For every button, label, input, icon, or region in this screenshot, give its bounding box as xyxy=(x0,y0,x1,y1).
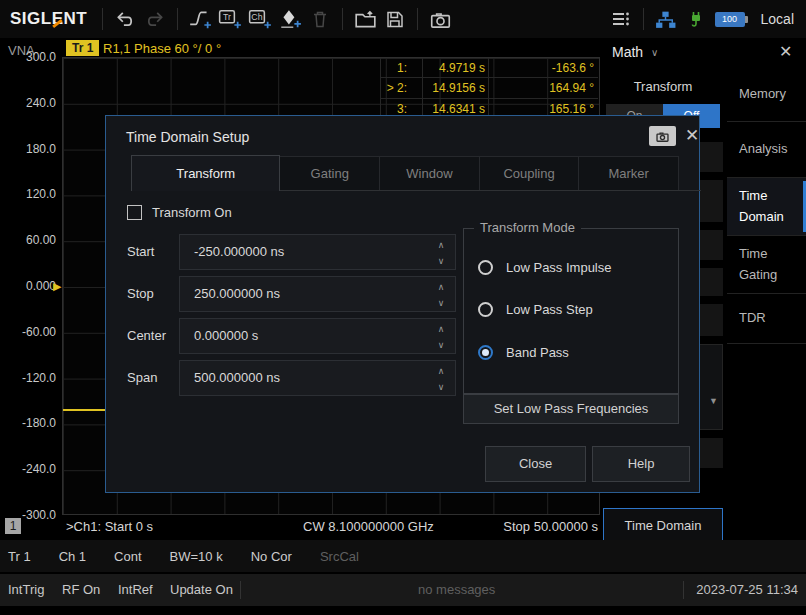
set-low-pass-frequencies-button[interactable]: Set Low Pass Frequencies xyxy=(463,394,679,424)
stop-value: 250.000000 ns xyxy=(194,286,280,301)
sidebar-item-memory[interactable]: Memory xyxy=(727,68,806,122)
y-tick: 180.0 xyxy=(0,142,56,156)
redo-icon[interactable] xyxy=(140,5,170,33)
span-input[interactable]: 500.000000 ns ∧∨ xyxy=(179,360,456,396)
sidebar-menu-title[interactable]: Math xyxy=(612,44,643,60)
spinner-up-icon[interactable]: ∧ xyxy=(433,279,449,295)
center-label: Center xyxy=(127,328,166,343)
spinner: ∧∨ xyxy=(433,237,449,269)
sidebar-item-tdr[interactable]: TDR xyxy=(727,294,806,344)
spinner-up-icon[interactable]: ∧ xyxy=(433,321,449,337)
toolbar-divider xyxy=(643,8,644,30)
status-rf[interactable]: RF On xyxy=(62,582,100,597)
sweep-stop-label: Stop 50.00000 s xyxy=(503,519,598,534)
svg-text:Tr: Tr xyxy=(223,12,231,22)
status-correction[interactable]: No Cor xyxy=(251,549,292,564)
add-channel-icon[interactable]: Ch xyxy=(245,5,275,33)
reference-level-arrow-icon[interactable]: ▶ xyxy=(53,279,61,293)
trace-badge[interactable]: Tr 1 xyxy=(66,40,99,56)
cw-frequency-label: CW 8.100000000 GHz xyxy=(303,519,434,534)
stop-input[interactable]: 250.000000 ns ∧∨ xyxy=(179,276,456,312)
transform-on-row: Transform On xyxy=(127,205,232,220)
sidebar-close-icon[interactable]: ✕ xyxy=(779,42,792,61)
low-pass-step-radio[interactable] xyxy=(478,302,493,317)
clock: 2023-07-25 11:34 xyxy=(696,582,798,597)
tab-marker[interactable]: Marker xyxy=(579,156,679,191)
start-input[interactable]: -250.000000 ns ∧∨ xyxy=(179,234,456,270)
marker-phase: -163.6 ° xyxy=(489,58,598,77)
radio-row-low-pass-impulse: Low Pass Impulse xyxy=(478,260,612,275)
toolbar-divider xyxy=(102,8,103,30)
y-tick: -240.0 xyxy=(0,462,56,476)
channel-badge: 1 xyxy=(5,518,21,534)
y-tick: 0.000 xyxy=(0,279,56,293)
status-ref[interactable]: IntRef xyxy=(118,582,153,597)
add-marker-icon[interactable] xyxy=(275,5,305,33)
save-icon[interactable] xyxy=(380,5,410,33)
status-channel[interactable]: Ch 1 xyxy=(59,549,86,564)
network-status-icon xyxy=(651,5,681,33)
channel-status-bar: Tr 1 Ch 1 Cont BW=10 k No Cor SrcCal xyxy=(0,540,806,572)
help-button[interactable]: Help xyxy=(592,446,690,482)
sidebar-item-label: Analysis xyxy=(739,139,787,159)
center-input[interactable]: 0.000000 s ∧∨ xyxy=(179,318,456,354)
y-tick: 240.0 xyxy=(0,96,56,110)
status-srccal[interactable]: SrcCal xyxy=(320,549,359,564)
transform-on-checkbox[interactable] xyxy=(127,205,142,220)
spinner-up-icon[interactable]: ∧ xyxy=(433,237,449,253)
stop-label: Stop xyxy=(127,286,154,301)
y-tick: 300.0 xyxy=(0,50,56,64)
add-trace-icon[interactable]: Tr xyxy=(215,5,245,33)
chevron-down-icon[interactable]: ∨ xyxy=(651,47,658,58)
local-mode-button[interactable]: Local xyxy=(761,11,794,27)
status-trigger[interactable]: IntTrig xyxy=(8,582,44,597)
spinner-down-icon[interactable]: ∨ xyxy=(433,337,449,353)
sidebar-item-analysis[interactable]: Analysis xyxy=(727,122,806,178)
spinner-down-icon[interactable]: ∨ xyxy=(433,379,449,395)
delete-icon[interactable] xyxy=(305,5,335,33)
toolbar-divider xyxy=(177,8,178,30)
open-file-icon[interactable] xyxy=(350,5,380,33)
marker-number: 1: xyxy=(381,58,423,77)
marker-phase: 164.94 ° xyxy=(489,78,598,97)
spinner: ∧∨ xyxy=(433,321,449,353)
toolbar-divider xyxy=(342,8,343,30)
y-tick: -120.0 xyxy=(0,371,56,385)
status-trace[interactable]: Tr 1 xyxy=(8,549,31,564)
add-transform-icon[interactable] xyxy=(185,5,215,33)
undo-icon[interactable] xyxy=(110,5,140,33)
trace-info: R1,1 Phase 60 °/ 0 ° xyxy=(103,41,221,56)
dialog-close-icon[interactable]: ✕ xyxy=(685,125,699,146)
siglent-logo: SIGLENT xyxy=(10,9,87,29)
spinner-up-icon[interactable]: ∧ xyxy=(433,363,449,379)
status-bandwidth[interactable]: BW=10 k xyxy=(170,549,223,564)
spinner-down-icon[interactable]: ∨ xyxy=(433,253,449,269)
marker-readout-table: 1: 4.9719 s -163.6 ° > 2: 14.9156 s 164.… xyxy=(380,58,598,119)
dialog-tabs: Transform Gating Window Coupling Marker xyxy=(131,155,679,191)
dropdown-arrow-icon[interactable]: ▼ xyxy=(709,396,718,406)
status-sweep[interactable]: Cont xyxy=(114,549,141,564)
sidebar-item-time-gating[interactable]: Time Gating xyxy=(727,236,806,294)
tab-coupling[interactable]: Coupling xyxy=(480,156,580,191)
sidebar-item-label: Time Gating xyxy=(739,244,802,284)
low-pass-step-label: Low Pass Step xyxy=(506,302,593,317)
sweep-start-label: >Ch1: Start 0 s xyxy=(66,519,153,534)
tab-window[interactable]: Window xyxy=(380,156,480,191)
low-pass-impulse-radio[interactable] xyxy=(478,260,493,275)
band-pass-radio[interactable] xyxy=(478,345,493,360)
screenshot-icon[interactable] xyxy=(425,5,455,33)
sidebar-item-time-domain[interactable]: Time Domain xyxy=(727,178,806,236)
radio-row-band-pass: Band Pass xyxy=(478,345,569,360)
dialog-screenshot-button[interactable] xyxy=(649,126,676,146)
close-button[interactable]: Close xyxy=(485,446,586,482)
tab-gating[interactable]: Gating xyxy=(280,156,380,191)
y-tick: -180.0 xyxy=(0,416,56,430)
vna-screen: SIGLENT Tr Ch xyxy=(0,0,806,615)
y-tick: 120.0 xyxy=(0,187,56,201)
tab-transform[interactable]: Transform xyxy=(131,155,280,191)
trace-curve xyxy=(63,409,107,411)
status-update[interactable]: Update On xyxy=(170,582,233,597)
menu-icon[interactable] xyxy=(606,5,636,33)
spinner-down-icon[interactable]: ∨ xyxy=(433,295,449,311)
transform-on-label: Transform On xyxy=(152,205,232,220)
